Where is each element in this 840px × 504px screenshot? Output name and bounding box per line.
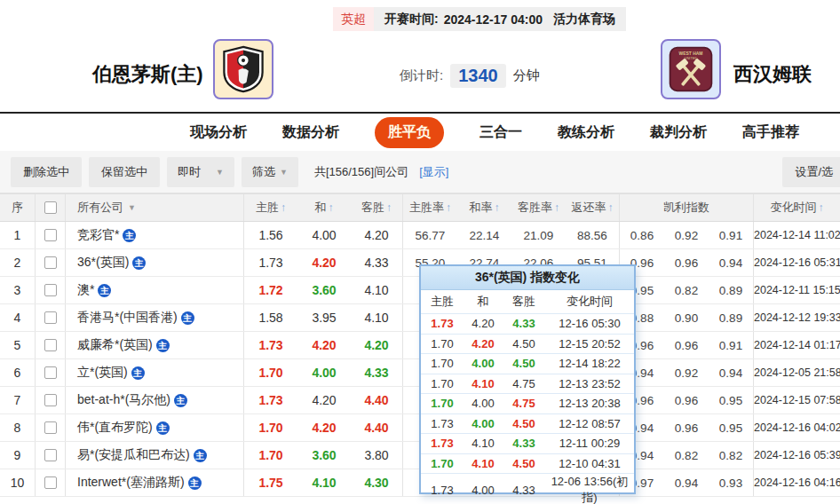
company-cell[interactable]: 易*(安提瓜和巴布达) 主	[66, 442, 244, 469]
popup-change-time: 12-14 18:22	[545, 357, 634, 370]
win-odds-cell[interactable]: 1.73	[244, 338, 297, 352]
delete-selected-button[interactable]: 删除选中	[11, 157, 82, 187]
company-header[interactable]: 所有公司 ▼	[66, 194, 244, 221]
win-header[interactable]: 主胜↑	[244, 200, 297, 216]
nav-tab[interactable]: 教练分析	[558, 123, 614, 142]
win-odds-cell[interactable]: 1.70	[244, 421, 297, 435]
row-checkbox[interactable]	[44, 256, 57, 269]
away-odds-cell[interactable]: 4.10	[351, 304, 403, 331]
win-odds-cell[interactable]: 1.58	[244, 311, 297, 325]
win-odds-cell[interactable]: 1.72	[244, 283, 297, 297]
seq-header: 序	[0, 194, 36, 221]
change-time-header[interactable]: 变化时间↑	[754, 200, 840, 216]
draw-odds-cell[interactable]: 3.60	[297, 448, 351, 462]
away-rate-header[interactable]: 客胜率↑	[511, 200, 566, 216]
popup-draw-odds: 4.10	[464, 377, 503, 390]
odds-toolbar: 删除选中 保留选中 即时 ▼ 筛选 ▼ 共[156/156]间公司 [显示] 设…	[0, 151, 840, 193]
away-odds-cell[interactable]: 3.80	[351, 442, 403, 469]
away-header[interactable]: 客胜↑	[351, 194, 403, 221]
win-odds-cell[interactable]: 1.73	[244, 393, 297, 407]
popup-draw-odds: 4.00	[464, 357, 503, 370]
draw-odds-cell[interactable]: 4.10	[297, 476, 351, 490]
company-cell[interactable]: 立*(英国) 主	[66, 359, 244, 386]
row-checkbox[interactable]	[44, 339, 57, 351]
nav-tab[interactable]: 胜平负	[375, 117, 444, 148]
away-odds-cell[interactable]: 4.33	[351, 359, 403, 386]
draw-rate-header[interactable]: 和率↑	[457, 200, 511, 216]
nav-tab[interactable]: 现场分析	[190, 123, 247, 142]
draw-odds-cell[interactable]: 3.95	[297, 311, 351, 325]
settings-button[interactable]: 设置/选	[782, 157, 840, 187]
draw-odds-cell[interactable]: 4.20	[297, 421, 351, 435]
row-checkbox[interactable]	[44, 476, 57, 489]
return-rate-header[interactable]: 返还率↑	[566, 194, 620, 221]
nav-tab[interactable]: 数据分析	[282, 123, 339, 142]
draw-odds-cell[interactable]: 4.20	[297, 393, 351, 407]
popup-away-odds: 4.50	[503, 337, 545, 350]
instant-dropdown-label: 即时	[178, 164, 201, 180]
draw-odds-cell[interactable]: 4.20	[297, 338, 351, 352]
chevron-down-icon: ▼	[280, 168, 288, 177]
match-info-bar: 英超 开赛时间:2024-12-17 04:00 活力体育场	[333, 7, 626, 31]
keep-selected-button[interactable]: 保留选中	[89, 157, 160, 187]
away-odds-cell[interactable]: 4.33	[351, 249, 403, 276]
show-link[interactable]: [显示]	[419, 164, 448, 180]
row-checkbox[interactable]	[44, 394, 57, 406]
filter-dropdown[interactable]: 筛选 ▼	[242, 157, 298, 187]
popup-row: 1.73 4.00 4.50 12-12 08:57	[421, 413, 634, 434]
win-odds-cell[interactable]: 1.73	[244, 256, 297, 270]
home-team-name: 伯恩茅斯(主)	[92, 61, 203, 88]
away-odds-cell[interactable]: 4.10	[351, 277, 403, 303]
row-checkbox[interactable]	[44, 284, 57, 296]
home-badge-icon: 主	[194, 449, 207, 462]
company-cell[interactable]: 36*(英国) 主	[66, 249, 244, 276]
away-odds-cell[interactable]: 4.20	[351, 332, 403, 358]
company-cell[interactable]: 香港马*(中国香港) 主	[66, 304, 244, 331]
popup-draw-odds: 4.00	[464, 417, 503, 430]
win-odds-cell[interactable]: 1.75	[244, 476, 297, 490]
draw-odds-cell[interactable]: 4.20	[297, 256, 351, 270]
row-checkbox[interactable]	[44, 449, 57, 461]
company-cell[interactable]: 伟*(直布罗陀) 主	[66, 414, 244, 441]
row-checkbox[interactable]	[44, 366, 57, 379]
select-all-checkbox[interactable]	[44, 201, 57, 214]
kelly-away-cell: 0.95	[709, 387, 754, 413]
seq-cell: 1	[0, 222, 36, 248]
draw-odds-cell[interactable]: 4.00	[297, 366, 351, 380]
company-cell[interactable]: bet-at-h*(马尔他) 主	[66, 387, 244, 413]
popup-change-time: 12-11 00:29	[545, 437, 634, 450]
win-odds-cell[interactable]: 1.70	[244, 448, 297, 462]
company-cell[interactable]: 威廉希*(英国) 主	[66, 332, 244, 358]
popup-change-time: 12-13 23:52	[545, 377, 634, 390]
win-odds-cell[interactable]: 1.56	[244, 228, 297, 242]
row-checkbox[interactable]	[44, 311, 57, 324]
home-badge-icon: 主	[174, 394, 187, 407]
nav-tab[interactable]: 三合一	[479, 123, 522, 142]
draw-odds-cell[interactable]: 3.60	[297, 283, 351, 297]
away-odds-cell[interactable]: 4.20	[351, 222, 403, 248]
home-team-crest	[213, 39, 273, 99]
change-time-cell: 2024-12-14 11:02	[754, 229, 840, 241]
kelly-away-cell: 0.94	[709, 359, 754, 386]
away-odds-cell[interactable]: 4.30	[351, 469, 403, 496]
company-cell[interactable]: Interwet*(塞浦路斯) 主	[66, 469, 244, 496]
popup-header-row: 主胜 和 客胜 变化时间	[421, 290, 634, 313]
company-cell[interactable]: 竞彩官* 主	[66, 222, 244, 248]
draw-odds-cell[interactable]: 4.00	[297, 228, 351, 242]
away-odds-cell[interactable]: 4.40	[351, 387, 403, 413]
nav-tab[interactable]: 裁判分析	[650, 123, 707, 142]
row-checkbox[interactable]	[44, 229, 57, 241]
win-odds-cell[interactable]: 1.70	[244, 366, 297, 380]
countdown: 倒计时: 1340 分钟	[400, 64, 540, 88]
kelly-draw-cell: 0.96	[664, 421, 709, 435]
draw-header[interactable]: 和↑	[297, 200, 351, 216]
instant-dropdown[interactable]: 即时 ▼	[167, 157, 234, 187]
home-badge-icon: 主	[132, 256, 146, 270]
win-rate-header[interactable]: 主胜率↑	[403, 200, 457, 216]
company-cell[interactable]: 澳* 主	[66, 277, 244, 303]
popup-win-header: 主胜	[421, 294, 464, 310]
popup-draw-odds: 4.20	[464, 317, 503, 330]
nav-tab[interactable]: 高手推荐	[742, 123, 799, 142]
row-checkbox[interactable]	[44, 421, 57, 434]
away-odds-cell[interactable]: 4.40	[351, 414, 403, 441]
